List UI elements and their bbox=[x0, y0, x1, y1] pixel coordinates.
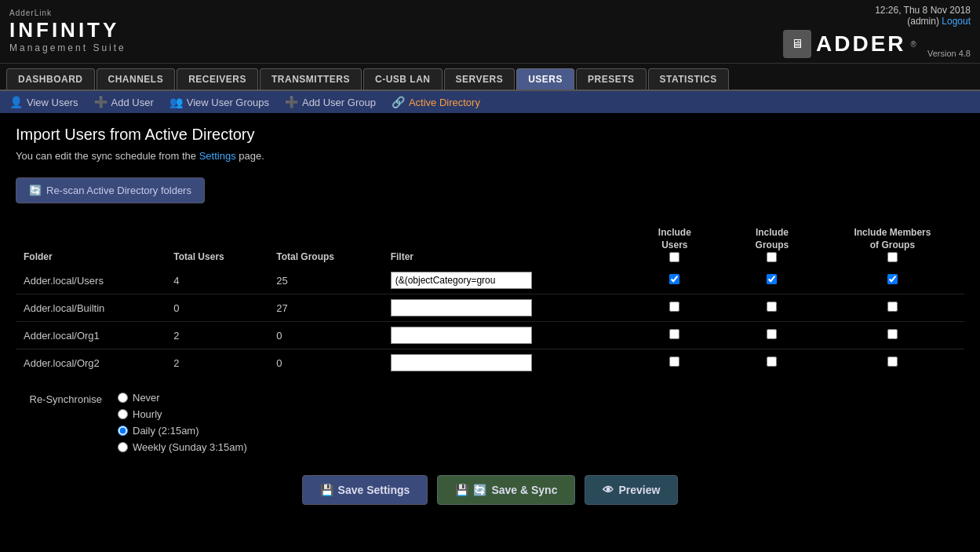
include-members-cell[interactable] bbox=[821, 349, 964, 377]
resync-hourly-option[interactable]: Hourly bbox=[118, 408, 247, 420]
include-users-cell[interactable] bbox=[626, 349, 723, 377]
resync-never-option[interactable]: Never bbox=[118, 392, 247, 404]
header-right: 12:26, Thu 8 Nov 2018 (admin) Logout 🖥 A… bbox=[783, 5, 971, 58]
page-subtitle: You can edit the sync schedule from the … bbox=[16, 150, 964, 162]
sync-icon: 🔄 bbox=[473, 484, 486, 496]
total-groups-cell: 0 bbox=[268, 322, 382, 349]
rescan-button[interactable]: 🔄 Re-scan Active Directory folders bbox=[16, 177, 205, 203]
include-members-cell[interactable] bbox=[821, 267, 964, 294]
include-users-checkbox[interactable] bbox=[669, 329, 679, 339]
tab-presets[interactable]: PRESETS bbox=[576, 68, 647, 90]
tab-channels[interactable]: CHANNELS bbox=[97, 68, 176, 90]
folder-cell: Adder.local/Org1 bbox=[16, 322, 166, 349]
col-folder: Folder bbox=[16, 222, 166, 267]
include-groups-cell[interactable] bbox=[723, 322, 821, 349]
save-settings-button[interactable]: 💾 Save Settings bbox=[302, 475, 428, 505]
view-users-icon: 👤 bbox=[9, 96, 23, 108]
col-total-groups: Total Groups bbox=[268, 222, 382, 267]
add-user-icon: ➕ bbox=[94, 96, 107, 108]
col-filter: Filter bbox=[383, 222, 626, 267]
filter-input[interactable] bbox=[391, 327, 532, 344]
include-users-checkbox[interactable] bbox=[669, 356, 679, 367]
view-users-label: View Users bbox=[27, 97, 78, 108]
resync-weekly-radio[interactable] bbox=[118, 442, 128, 452]
include-groups-checkbox[interactable] bbox=[767, 329, 777, 339]
filter-input[interactable] bbox=[391, 299, 532, 316]
include-users-checkbox[interactable] bbox=[669, 274, 679, 284]
tab-dashboard[interactable]: DASHBOARD bbox=[6, 68, 95, 90]
add-user-label: Add User bbox=[111, 97, 154, 108]
tab-users[interactable]: USERS bbox=[516, 68, 574, 90]
include-users-checkbox[interactable] bbox=[669, 302, 679, 312]
resync-section: Re-Synchronise Never Hourly Daily (2:15a… bbox=[16, 392, 964, 453]
include-groups-checkbox[interactable] bbox=[767, 302, 777, 312]
active-directory-label: Active Directory bbox=[409, 97, 480, 108]
resync-never-radio[interactable] bbox=[118, 393, 128, 403]
resync-daily-label: Daily (2:15am) bbox=[133, 425, 199, 437]
total-users-cell: 0 bbox=[166, 294, 268, 322]
include-users-cell[interactable] bbox=[626, 322, 723, 349]
include-members-checkbox[interactable] bbox=[887, 302, 898, 312]
resync-weekly-option[interactable]: Weekly (Sunday 3:15am) bbox=[118, 441, 247, 453]
adder-icon: 🖥 bbox=[783, 30, 811, 58]
include-members-cell[interactable] bbox=[821, 294, 964, 322]
tab-transmitters[interactable]: TRANSMITTERS bbox=[260, 68, 362, 90]
add-group-icon: ➕ bbox=[285, 96, 298, 108]
add-group-label: Add User Group bbox=[302, 97, 376, 108]
include-groups-checkbox[interactable] bbox=[767, 274, 777, 284]
include-members-checkbox[interactable] bbox=[887, 356, 898, 367]
tab-servers[interactable]: SERVERS bbox=[444, 68, 516, 90]
brand-adderlink: AdderLink bbox=[9, 9, 126, 18]
include-members-checkbox[interactable] bbox=[887, 329, 898, 339]
include-groups-cell[interactable] bbox=[723, 267, 821, 294]
include-users-cell[interactable] bbox=[626, 267, 723, 294]
filter-cell[interactable] bbox=[383, 322, 626, 349]
filter-cell[interactable] bbox=[383, 294, 626, 322]
include-groups-cell[interactable] bbox=[723, 349, 821, 377]
include-groups-checkbox[interactable] bbox=[767, 356, 777, 367]
active-directory-icon: 🔗 bbox=[392, 96, 405, 108]
include-users-all-checkbox[interactable] bbox=[669, 252, 679, 262]
include-members-checkbox[interactable] bbox=[887, 274, 898, 284]
resync-hourly-radio[interactable] bbox=[118, 409, 128, 419]
tab-statistics[interactable]: STATISTICS bbox=[648, 68, 729, 90]
filter-cell[interactable] bbox=[383, 349, 626, 377]
resync-weekly-label: Weekly (Sunday 3:15am) bbox=[133, 441, 247, 453]
tab-cusb[interactable]: C-USB LAN bbox=[363, 68, 443, 90]
resync-daily-radio[interactable] bbox=[118, 426, 128, 436]
tab-receivers[interactable]: RECEIVERS bbox=[177, 68, 258, 90]
preview-button[interactable]: 👁 Preview bbox=[585, 475, 678, 505]
subnav-view-users[interactable]: 👤 View Users bbox=[9, 96, 78, 108]
subnav-view-user-groups[interactable]: 👥 View User Groups bbox=[169, 96, 269, 108]
save-sync-button[interactable]: 💾 🔄 Save & Sync bbox=[437, 475, 575, 505]
resync-hourly-label: Hourly bbox=[133, 408, 162, 420]
folder-cell: Adder.local/Org2 bbox=[16, 349, 166, 377]
filter-cell[interactable] bbox=[383, 267, 626, 294]
include-members-cell[interactable] bbox=[821, 322, 964, 349]
brand-logo: AdderLink INFINITY Management Suite bbox=[9, 9, 126, 54]
folder-cell: Adder.local/Builtin bbox=[16, 294, 166, 322]
total-users-cell: 2 bbox=[166, 322, 268, 349]
include-groups-all-checkbox[interactable] bbox=[767, 252, 777, 262]
view-groups-icon: 👥 bbox=[169, 96, 183, 108]
subnav-active-directory[interactable]: 🔗 Active Directory bbox=[392, 96, 480, 108]
include-members-all-checkbox[interactable] bbox=[887, 252, 898, 262]
save-settings-icon: 💾 bbox=[320, 484, 333, 496]
subnav-add-user-group[interactable]: ➕ Add User Group bbox=[285, 96, 376, 108]
include-users-cell[interactable] bbox=[626, 294, 723, 322]
brand-infinity: INFINITY bbox=[9, 18, 126, 42]
subnav-add-user[interactable]: ➕ Add User bbox=[94, 96, 154, 108]
resync-daily-option[interactable]: Daily (2:15am) bbox=[118, 425, 247, 437]
total-users-cell: 4 bbox=[166, 267, 268, 294]
filter-input[interactable] bbox=[391, 272, 532, 289]
logout-link[interactable]: Logout bbox=[942, 16, 971, 27]
resync-options: Never Hourly Daily (2:15am) Weekly (Sund… bbox=[118, 392, 247, 453]
table-row: Adder.local/Org1 2 0 bbox=[16, 322, 964, 349]
sub-nav: 👤 View Users ➕ Add User 👥 View User Grou… bbox=[0, 91, 980, 113]
resync-label: Re-Synchronise bbox=[16, 392, 102, 405]
settings-link[interactable]: Settings bbox=[199, 150, 236, 162]
filter-input[interactable] bbox=[391, 354, 532, 371]
main-content: Import Users from Active Directory You c… bbox=[0, 113, 980, 525]
col-include-users: Include Users bbox=[626, 222, 723, 267]
include-groups-cell[interactable] bbox=[723, 294, 821, 322]
